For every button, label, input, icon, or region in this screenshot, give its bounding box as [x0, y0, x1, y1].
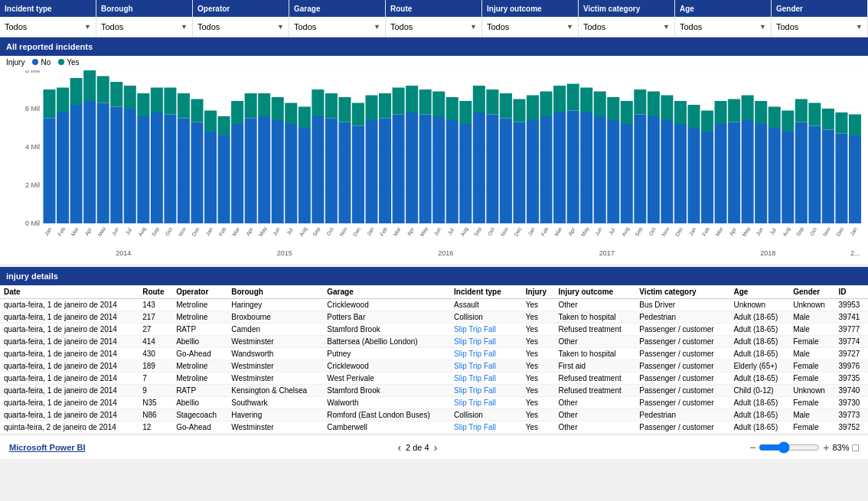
zoom-in-button[interactable]: +: [823, 441, 829, 454]
filter-value-garage: Todos: [294, 22, 316, 31]
year-label-2014: 2014: [43, 249, 204, 257]
filter-arrow-age: ▼: [759, 23, 766, 31]
filter-label-age: Age: [675, 0, 771, 17]
chart-title: All reported incidents: [0, 37, 868, 56]
filter-label-operator: Operator: [193, 0, 289, 17]
pagination: ‹ 2 de 4 ›: [397, 441, 437, 454]
yes-label: Yes: [67, 58, 79, 67]
filter-route[interactable]: Route Todos ▼: [386, 0, 482, 37]
year-labels: 201420152016201720182...: [6, 248, 862, 257]
table-row[interactable]: quarta-feira, 1 de janeiro de 2014217Met…: [0, 311, 868, 324]
filter-arrow-route: ▼: [470, 23, 477, 31]
col-header-gender: Gender: [789, 285, 834, 299]
col-header-borough: Borough: [227, 285, 323, 299]
filter-injury-outcome[interactable]: Injury outcome Todos ▼: [482, 0, 579, 37]
filter-operator[interactable]: Operator Todos ▼: [193, 0, 289, 37]
filter-label-route: Route: [386, 0, 481, 17]
filter-select-incident-type[interactable]: Todos ▼: [0, 17, 96, 37]
table-body: quarta-feira, 1 de janeiro de 2014143Met…: [0, 299, 868, 435]
table-row[interactable]: quarta-feira, 1 de janeiro de 2014143Met…: [0, 299, 868, 311]
col-header-route: Route: [139, 285, 172, 299]
col-header-age: Age: [729, 285, 789, 299]
year-label-2015: 2015: [204, 249, 364, 257]
filter-garage[interactable]: Garage Todos ▼: [289, 0, 386, 37]
zoom-level: 83%: [833, 443, 850, 452]
table-row[interactable]: quarta-feira, 1 de janeiro de 201427RATP…: [0, 324, 868, 336]
filter-label-borough: Borough: [96, 0, 192, 17]
filter-value-incident-type: Todos: [5, 22, 27, 31]
table-container[interactable]: DateRouteOperatorBoroughGarageIncident t…: [0, 285, 868, 434]
zoom-controls: − + 83% □: [749, 441, 859, 454]
col-header-garage: Garage: [323, 285, 450, 299]
chart-legend: Injury No Yes: [0, 56, 868, 69]
table-row[interactable]: quarta-feira, 1 de janeiro de 20147Metro…: [0, 372, 868, 385]
filter-bar: Incident type Todos ▼ Borough Todos ▼ Op…: [0, 0, 868, 37]
no-dot: [32, 59, 38, 65]
filter-arrow-borough: ▼: [181, 23, 188, 31]
filter-value-borough: Todos: [101, 22, 123, 31]
chart-area: 201420152016201720182...: [0, 69, 868, 264]
filter-select-route[interactable]: Todos ▼: [386, 17, 481, 37]
filter-label-injury-outcome: Injury outcome: [482, 0, 578, 17]
fit-page-button[interactable]: □: [853, 441, 859, 454]
filter-select-victim-category[interactable]: Todos ▼: [579, 17, 674, 37]
table-title: injury details: [0, 267, 868, 285]
filter-age[interactable]: Age Todos ▼: [675, 0, 772, 37]
next-page-button[interactable]: ›: [434, 441, 438, 454]
filter-arrow-injury-outcome: ▼: [566, 23, 573, 31]
filter-gender[interactable]: Gender Todos ▼: [772, 0, 868, 37]
filter-arrow-operator: ▼: [277, 23, 284, 31]
filter-victim-category[interactable]: Victim category Todos ▼: [579, 0, 675, 37]
zoom-slider[interactable]: [759, 441, 820, 454]
filter-arrow-victim-category: ▼: [663, 23, 670, 31]
page-info: 2 de 4: [406, 443, 429, 452]
col-header-date: Date: [0, 285, 139, 299]
table-section: injury details DateRouteOperatorBoroughG…: [0, 267, 868, 434]
filter-value-victim-category: Todos: [583, 22, 605, 31]
filter-arrow-garage: ▼: [374, 23, 380, 31]
pbi-link[interactable]: Microsoft Power BI: [9, 443, 86, 452]
col-header-incident-type: Incident type: [450, 285, 522, 299]
filter-select-operator[interactable]: Todos ▼: [193, 17, 289, 37]
table-row[interactable]: quarta-feira, 1 de janeiro de 2014N86Sta…: [0, 409, 868, 421]
filter-select-age[interactable]: Todos ▼: [675, 17, 771, 37]
bottom-bar: Microsoft Power BI ‹ 2 de 4 › − + 83% □: [0, 434, 868, 459]
filter-label-gender: Gender: [772, 0, 867, 17]
col-header-injury-outcome: Injury outcome: [555, 285, 636, 299]
col-header-operator: Operator: [172, 285, 227, 299]
table-row[interactable]: quarta-feira, 1 de janeiro de 2014189Met…: [0, 360, 868, 372]
filter-incident-type[interactable]: Incident type Todos ▼: [0, 0, 96, 37]
filter-select-garage[interactable]: Todos ▼: [289, 17, 385, 37]
filter-arrow-gender: ▼: [856, 23, 863, 31]
col-header-injury: Injury: [522, 285, 555, 299]
yes-dot: [58, 59, 64, 65]
injury-label: Injury: [6, 58, 24, 67]
table-row[interactable]: quinta-feira, 2 de janeiro de 201412Go-A…: [0, 421, 868, 434]
zoom-out-button[interactable]: −: [749, 441, 755, 454]
col-header-victim-category: Victim category: [635, 285, 729, 299]
filter-borough[interactable]: Borough Todos ▼: [96, 0, 193, 37]
filter-select-gender[interactable]: Todos ▼: [772, 17, 867, 37]
filter-value-route: Todos: [390, 22, 413, 31]
injury-table: DateRouteOperatorBoroughGarageIncident t…: [0, 285, 868, 434]
year-label-2019: 2...: [848, 249, 862, 257]
table-row[interactable]: quarta-feira, 1 de janeiro de 2014430Go-…: [0, 348, 868, 360]
filter-value-gender: Todos: [776, 22, 798, 31]
table-row[interactable]: quarta-feira, 1 de janeiro de 2014N35Abe…: [0, 397, 868, 409]
filter-value-age: Todos: [680, 22, 702, 31]
filter-select-borough[interactable]: Todos ▼: [96, 17, 192, 37]
no-label: No: [41, 58, 51, 67]
prev-page-button[interactable]: ‹: [397, 441, 401, 454]
filter-label-garage: Garage: [289, 0, 385, 17]
col-header-id: ID: [835, 285, 868, 299]
filter-select-injury-outcome[interactable]: Todos ▼: [482, 17, 578, 37]
table-row[interactable]: quarta-feira, 1 de janeiro de 2014414Abe…: [0, 336, 868, 348]
year-label-2018: 2018: [687, 249, 848, 257]
filter-value-injury-outcome: Todos: [487, 22, 509, 31]
bar-chart: [6, 70, 862, 246]
filter-value-operator: Todos: [197, 22, 220, 31]
filter-label-victim-category: Victim category: [579, 0, 674, 17]
year-label-2016: 2016: [365, 249, 526, 257]
table-header: DateRouteOperatorBoroughGarageIncident t…: [0, 285, 868, 299]
table-row[interactable]: quarta-feira, 1 de janeiro de 20149RATPK…: [0, 385, 868, 397]
